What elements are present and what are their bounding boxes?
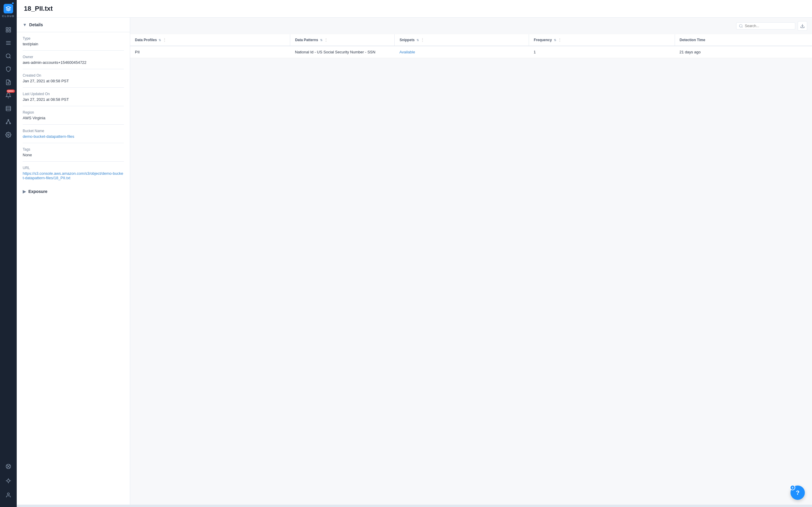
svg-rect-11 bbox=[6, 107, 11, 111]
detail-label-bucket-name: Bucket Name bbox=[23, 129, 124, 133]
detail-label-tags: Tags bbox=[23, 147, 124, 152]
sidebar-item-shield[interactable] bbox=[2, 63, 14, 75]
col-header-data-patterns[interactable]: Data Patterns ⇅ ⋮ bbox=[290, 34, 395, 46]
sidebar-item-user[interactable] bbox=[2, 489, 14, 501]
svg-point-21 bbox=[7, 480, 9, 482]
svg-point-14 bbox=[8, 120, 9, 120]
detail-value-region: AWS Virginia bbox=[23, 116, 124, 120]
sort-icon-frequency: ⇅ bbox=[554, 39, 556, 42]
sidebar-item-monitor[interactable] bbox=[2, 475, 14, 487]
bell-icon bbox=[5, 93, 11, 99]
exposure-section-header[interactable]: ▶ Exposure bbox=[17, 184, 130, 199]
detail-value-last-updated: Jan 27, 2021 at 08:58 PST bbox=[23, 97, 124, 102]
table-header-row: Data Profiles ⇅ ⋮ Data Patterns ⇅ ⋮ bbox=[130, 34, 812, 46]
search-nav-icon bbox=[5, 53, 11, 59]
resize-handle-frequency[interactable]: ⋮ bbox=[558, 38, 562, 42]
sidebar-item-library[interactable] bbox=[2, 103, 14, 115]
shield-icon bbox=[5, 66, 11, 72]
sidebar-nav: 9999+ bbox=[0, 21, 17, 460]
detail-value-url[interactable]: https://s3.console.aws.amazon.com/s3/obj… bbox=[23, 171, 123, 180]
resize-handle-data-profiles[interactable]: ⋮ bbox=[163, 38, 166, 42]
svg-point-26 bbox=[7, 493, 9, 495]
detail-value-created-on: Jan 27, 2021 at 08:58 PST bbox=[23, 79, 124, 83]
content-area: ▼ Details Type text/plain Owner aws-admi… bbox=[17, 17, 812, 507]
detail-row-bucket-name: Bucket Name demo-bucket-datapattern-file… bbox=[23, 125, 124, 143]
detail-value-owner: aws-admin-accounts+154600454722 bbox=[23, 60, 124, 65]
sidebar-item-reports[interactable] bbox=[2, 76, 14, 88]
download-button[interactable] bbox=[798, 21, 807, 31]
sidebar-item-integrations[interactable] bbox=[2, 460, 14, 472]
horizontal-scrollbar[interactable] bbox=[17, 505, 812, 507]
search-input[interactable] bbox=[745, 24, 793, 28]
svg-point-16 bbox=[9, 123, 10, 124]
detail-value-type: text/plain bbox=[23, 42, 124, 46]
svg-line-28 bbox=[742, 27, 743, 28]
user-icon bbox=[5, 492, 11, 498]
main-content: 18_PII.txt ▼ Details Type text/plain Own… bbox=[17, 0, 812, 507]
details-section-label: Details bbox=[29, 22, 43, 27]
col-header-snippets[interactable]: Snippets ⇅ ⋮ bbox=[395, 34, 529, 46]
cell-frequency: 1 bbox=[529, 46, 675, 58]
col-header-data-profiles[interactable]: Data Profiles ⇅ ⋮ bbox=[130, 34, 290, 46]
help-label: ? bbox=[796, 490, 800, 496]
list-icon bbox=[5, 40, 11, 46]
resize-handle-data-patterns[interactable]: ⋮ bbox=[324, 38, 328, 42]
svg-rect-3 bbox=[6, 31, 8, 32]
detail-row-tags: Tags None bbox=[23, 143, 124, 162]
svg-line-18 bbox=[8, 120, 10, 123]
svg-point-19 bbox=[8, 134, 9, 136]
library-icon bbox=[5, 106, 11, 112]
cell-data-patterns: National Id - US Social Security Number … bbox=[290, 46, 395, 58]
grid-icon bbox=[5, 27, 11, 33]
svg-line-8 bbox=[9, 57, 11, 58]
col-header-detection-time: Detection Time bbox=[675, 34, 812, 46]
detail-row-type: Type text/plain bbox=[23, 32, 124, 51]
detail-row-created-on: Created On Jan 27, 2021 at 08:58 PST bbox=[23, 69, 124, 88]
sidebar-item-settings[interactable] bbox=[2, 129, 14, 141]
topology-icon bbox=[5, 119, 11, 125]
sort-icon-snippets: ⇅ bbox=[416, 39, 419, 42]
sort-icon-data-patterns: ⇅ bbox=[320, 39, 322, 42]
details-content: Type text/plain Owner aws-admin-accounts… bbox=[17, 32, 130, 184]
search-box[interactable] bbox=[736, 22, 795, 30]
svg-rect-2 bbox=[9, 31, 11, 32]
col-header-frequency[interactable]: Frequency ⇅ ⋮ bbox=[529, 34, 675, 46]
sidebar-item-topology[interactable] bbox=[2, 116, 14, 128]
table-row: PII National Id - US Social Security Num… bbox=[130, 46, 812, 58]
details-section-header[interactable]: ▼ Details bbox=[17, 17, 130, 32]
detail-label-type: Type bbox=[23, 37, 124, 41]
sidebar-item-dashboard[interactable] bbox=[2, 24, 14, 36]
detail-value-tags: None bbox=[23, 153, 124, 157]
download-icon bbox=[800, 23, 805, 28]
detail-value-bucket-name[interactable]: demo-bucket-datapattern-files bbox=[23, 134, 74, 139]
reports-icon bbox=[5, 79, 11, 85]
cell-detection-time: 21 days ago bbox=[675, 46, 812, 58]
detail-label-created-on: Created On bbox=[23, 73, 124, 77]
chevron-right-icon: ▶ bbox=[23, 189, 26, 194]
detail-row-url: URL https://s3.console.aws.amazon.com/s3… bbox=[23, 162, 124, 184]
sidebar-bottom bbox=[2, 460, 14, 507]
svg-rect-1 bbox=[9, 28, 11, 30]
gear-icon bbox=[5, 132, 11, 138]
logo-dot bbox=[11, 2, 14, 5]
cell-snippets[interactable]: Available bbox=[395, 46, 529, 58]
data-table: Data Profiles ⇅ ⋮ Data Patterns ⇅ ⋮ bbox=[130, 34, 812, 58]
table-panel: Data Profiles ⇅ ⋮ Data Patterns ⇅ ⋮ bbox=[130, 17, 812, 507]
sidebar-item-search[interactable] bbox=[2, 50, 14, 62]
page-header: 18_PII.txt bbox=[17, 0, 812, 17]
help-button[interactable]: 6 ? bbox=[791, 486, 805, 500]
svg-point-27 bbox=[740, 24, 742, 27]
sidebar-item-alerts[interactable]: 9999+ bbox=[2, 90, 14, 101]
resize-handle-snippets[interactable]: ⋮ bbox=[421, 38, 424, 42]
svg-rect-0 bbox=[6, 28, 8, 30]
sidebar: CLOUD bbox=[0, 0, 17, 507]
logo-icon bbox=[4, 4, 13, 13]
sidebar-item-list[interactable] bbox=[2, 37, 14, 49]
detail-row-region: Region AWS Virginia bbox=[23, 106, 124, 125]
table-wrapper: Data Profiles ⇅ ⋮ Data Patterns ⇅ ⋮ bbox=[130, 34, 812, 507]
exposure-label: Exposure bbox=[29, 189, 47, 194]
cell-data-profiles: PII bbox=[130, 46, 290, 58]
detail-label-owner: Owner bbox=[23, 55, 124, 59]
table-toolbar bbox=[130, 17, 812, 34]
detail-label-url: URL bbox=[23, 166, 124, 170]
